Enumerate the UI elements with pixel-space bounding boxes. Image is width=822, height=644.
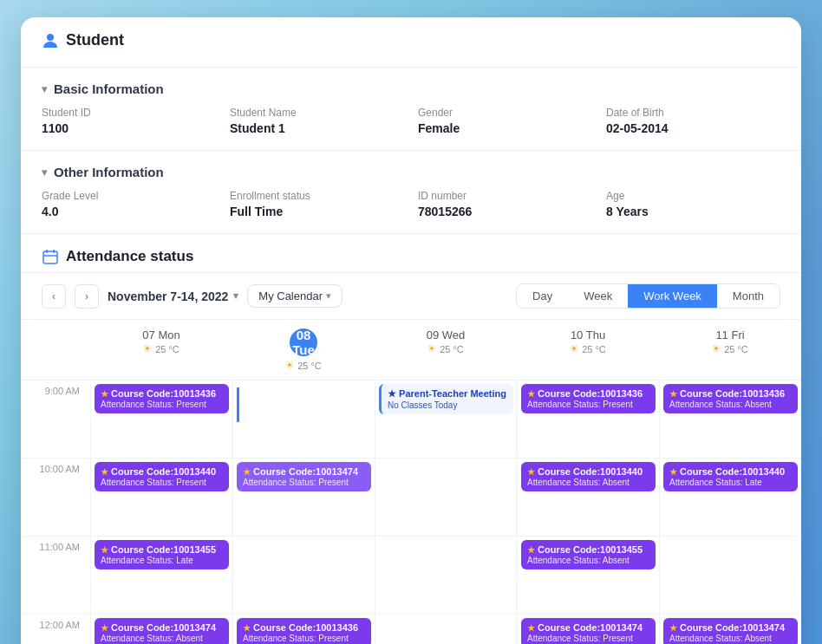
age-value: 8 Years (606, 205, 649, 218)
day-header-wed: 09 Wed ☀ 25 °C (375, 320, 517, 380)
enrollment-value: Full Time (230, 205, 283, 218)
dob-item: Date of Birth 02-05-2014 (606, 107, 780, 136)
day-number-tue: 08 Tue (290, 329, 317, 356)
tab-week[interactable]: Week (568, 284, 628, 308)
next-button[interactable]: › (75, 284, 99, 309)
other-info-label: Other Information (54, 165, 164, 179)
student-icon (42, 32, 59, 49)
star-icon: ★ (101, 623, 108, 633)
weather-thu: ☀ 25 °C (524, 343, 652, 355)
event-12am-fri[interactable]: ★Course Code:10013474 Attendance Status:… (663, 618, 798, 644)
star-icon: ★ (101, 467, 108, 477)
age-label: Age (606, 190, 780, 202)
day-header-thu: 10 Thu ☀ 25 °C (517, 320, 659, 380)
svg-rect-1 (43, 251, 57, 263)
event-11am-mon[interactable]: ★Course Code:10013455 Attendance Status:… (95, 540, 229, 569)
star-icon: ★ (527, 545, 535, 555)
day-name-thu: 10 Thu (524, 329, 652, 342)
student-name-item: Student Name Student 1 (230, 107, 404, 136)
enrollment-label: Enrollment status (230, 190, 404, 202)
event-11am-thu[interactable]: ★Course Code:10013455 Attendance Status:… (521, 540, 656, 569)
weather-tue: ☀ 25 °C (239, 360, 368, 371)
cell-11am-thu: ★Course Code:10013455 Attendance Status:… (517, 537, 659, 614)
sun-icon-wed: ☀ (427, 343, 436, 355)
basic-info-header[interactable]: ▾ Basic Information (42, 81, 780, 96)
grade-item: Grade Level 4.0 (42, 190, 216, 219)
grade-label: Grade Level (42, 190, 216, 202)
attendance-header: Attendance status (21, 234, 801, 273)
event-12am-thu[interactable]: ★Course Code:10013474 Attendance Status:… (521, 618, 656, 644)
date-range-chevron: ▾ (233, 290, 238, 302)
date-range[interactable]: November 7-14, 2022 ▾ (108, 289, 238, 303)
event-12am-mon[interactable]: ★Course Code:10013474 Attendance Status:… (95, 618, 229, 644)
day-name-wed: 09 Wed (382, 329, 510, 342)
event-10am-mon[interactable]: ★Course Code:10013440 Attendance Status:… (95, 462, 229, 491)
weather-mon: ☀ 25 °C (97, 343, 225, 355)
star-icon: ★ (669, 389, 677, 399)
other-info-section: ▾ Other Information Grade Level 4.0 Enro… (21, 151, 801, 234)
event-9am-thu[interactable]: ★Course Code:10013436 Attendance Status:… (521, 384, 656, 413)
time-row-11am: 11:00 AM ★Course Code:10013455 Attendanc… (21, 537, 801, 615)
time-row-12am: 12:00 AM ★Course Code:10013474 Attendanc… (21, 615, 801, 644)
tab-day[interactable]: Day (517, 284, 568, 308)
star-icon: ★ (669, 623, 677, 633)
star-icon: ★ (527, 467, 535, 477)
student-id-item: Student ID 1100 (42, 107, 216, 136)
time-label-10am: 10:00 AM (21, 459, 90, 536)
id-number-item: ID number 78015266 (418, 190, 592, 219)
chevron-icon-2: ▾ (42, 166, 47, 179)
star-icon: ★ (243, 467, 251, 477)
dob-label: Date of Birth (606, 107, 780, 119)
event-parent-meeting[interactable]: ★ Parent-Teacher Meeting No Classes Toda… (379, 384, 513, 414)
cell-11am-tue (232, 537, 375, 614)
student-header-section: Student (21, 17, 801, 68)
gender-value: Female (418, 121, 460, 135)
calendar-grid: 07 Mon ☀ 25 °C 08 Tue ☀ 25 °C (21, 320, 801, 644)
event-10am-tue[interactable]: ★Course Code:10013474 Attendance Status:… (237, 462, 371, 491)
sun-icon-tue: ☀ (285, 360, 294, 371)
sun-icon-thu: ☀ (570, 343, 578, 355)
temp-wed: 25 °C (440, 344, 464, 355)
student-title: Student (66, 31, 124, 49)
event-10am-fri[interactable]: ★Course Code:10013440 Attendance Status:… (663, 462, 798, 491)
calendar-icon (42, 248, 59, 265)
star-icon: ★ (101, 389, 108, 399)
cell-9am-wed: ★ Parent-Teacher Meeting No Classes Toda… (375, 381, 517, 458)
cell-10am-tue: ★Course Code:10013474 Attendance Status:… (232, 459, 375, 536)
star-icon: ★ (527, 623, 535, 633)
cell-12am-thu: ★Course Code:10013474 Attendance Status:… (517, 615, 659, 644)
star-icon: ★ (101, 545, 108, 555)
event-9am-fri[interactable]: ★Course Code:10013436 Attendance Status:… (663, 384, 798, 413)
cell-11am-wed (375, 537, 517, 614)
day-header-mon: 07 Mon ☀ 25 °C (90, 320, 232, 380)
event-12am-tue[interactable]: ★Course Code:10013436 Attendance Status:… (237, 618, 371, 644)
event-10am-thu[interactable]: ★Course Code:10013440 Attendance Status:… (521, 462, 656, 491)
calendar-label: My Calendar (258, 289, 323, 302)
calendar-chevron: ▾ (326, 290, 331, 302)
other-info-grid: Grade Level 4.0 Enrollment status Full T… (42, 190, 780, 219)
id-number-value: 78015266 (418, 205, 472, 218)
svg-point-0 (47, 34, 54, 41)
chevron-icon: ▾ (42, 83, 47, 95)
day-headers: 07 Mon ☀ 25 °C 08 Tue ☀ 25 °C (21, 320, 801, 381)
main-card: Student ▾ Basic Information Student ID 1… (21, 17, 801, 644)
cell-10am-mon: ★Course Code:10013440 Attendance Status:… (90, 459, 232, 536)
grade-value: 4.0 (42, 205, 58, 218)
cell-11am-mon: ★Course Code:10013455 Attendance Status:… (90, 537, 232, 614)
gender-item: Gender Female (418, 107, 592, 136)
view-tabs: Day Week Work Week Month (516, 283, 780, 309)
tab-month[interactable]: Month (717, 284, 780, 308)
cell-10am-thu: ★Course Code:10013440 Attendance Status:… (517, 459, 659, 536)
student-id-label: Student ID (42, 107, 216, 119)
other-info-header[interactable]: ▾ Other Information (42, 165, 780, 179)
sun-icon-mon: ☀ (143, 343, 152, 355)
event-9am-mon[interactable]: ★Course Code:10013436 Attendance Status:… (95, 384, 229, 413)
day-name-mon: 07 Mon (97, 329, 225, 342)
dob-value: 02-05-2014 (606, 121, 669, 135)
gender-label: Gender (418, 107, 592, 119)
cell-12am-wed (375, 615, 517, 644)
prev-button[interactable]: ‹ (42, 284, 66, 309)
tab-work-week[interactable]: Work Week (628, 284, 717, 308)
temp-tue: 25 °C (297, 361, 322, 371)
calendar-selector[interactable]: My Calendar ▾ (247, 284, 342, 308)
